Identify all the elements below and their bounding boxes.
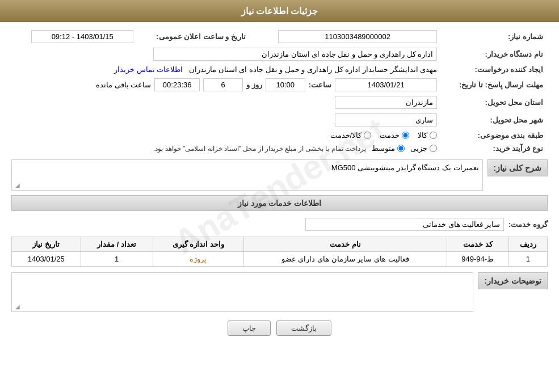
info-table-main: شماره نیاز: 1103003489000002 تاریخ و ساع… [11,28,548,155]
th-quantity: تعداد / مقدار [81,237,153,252]
radio-kala-label: کالا [418,131,427,140]
delivery-province-label: استان محل تحویل: [442,94,548,111]
delivery-city-label: شهر محل تحویل: [442,111,548,129]
need-desc-section: شرح کلی نیاز: تعمیرات یک دستگاه گرایدر م… [11,159,548,191]
category-option-kala-khedmat: کالا/خدمت [330,131,372,140]
radio-motevaset[interactable] [397,145,405,152]
radio-motevaset-label: متوسط [372,144,395,153]
radio-kala-khedmat-label: کالا/خدمت [330,131,362,140]
service-group-label: گروه خدمت: [508,220,548,229]
creator-value: مهدی اندایشگر حسابدار اداره کل راهداری و… [11,63,442,76]
service-group-row: گروه خدمت: سایر فعالیت های خدماتی [11,216,548,233]
deadline-date-box: 1403/01/21 [335,78,437,91]
need-desc-value: تعمیرات یک دستگاه گرایدر میتشوبیشی MG500 [331,163,479,172]
deadline-days-label: روز و [246,81,262,89]
radio-kala-khedmat[interactable] [364,132,371,139]
service-group-box: سایر فعالیت های خدماتی [305,218,504,231]
creator-text: مهدی اندایشگر حسابدار اداره کل راهداری و… [189,65,437,74]
category-option-khedmat: خدمت [380,131,409,140]
buyer-org-box: اداره کل راهداری و حمل و نقل جاده ای است… [153,48,437,61]
need-number-label: شماره نیاز: [442,28,548,45]
page-header: جزئیات اطلاعات نیاز [0,0,559,22]
buyer-org-label: نام دستگاه خریدار: [442,45,548,63]
category-option-kala: کالا [418,131,437,140]
purchase-type-note: پرداخت تمام یا بخشی از مبلغ خریدار از مح… [153,145,366,153]
announce-box: 1403/01/15 - 09:12 [31,30,133,43]
cell-quantity: 1 [81,252,153,267]
cell-date: 1403/01/25 [12,252,81,267]
th-name: نام خدمت [243,237,447,252]
deadline-time-box: 10:00 [266,78,305,91]
radio-khedmat[interactable] [402,132,409,139]
radio-kala[interactable] [430,132,437,139]
need-number-box: 1103003489000002 [278,30,437,43]
need-desc-label: شرح کلی نیاز: [494,163,541,172]
th-unit: واحد اندازه گیری [153,237,243,252]
th-date: تاریخ نیاز [12,237,81,252]
purchase-type-motevaset: متوسط [372,144,405,153]
cell-code: ط-94-949 [447,252,508,267]
table-row: 1 ط-94-949 فعالیت های سایر سازمان های دا… [12,252,548,267]
deadline-time-label: ساعت: [309,81,331,89]
service-table: ردیف کد خدمت نام خدمت واحد اندازه گیری ت… [11,237,548,267]
deadline-remaining-box: 00:23:36 [154,78,200,91]
delivery-province-box: مازندران [335,96,437,109]
page-title: جزئیات اطلاعات نیاز [241,6,318,16]
buyer-notes-box: ◢ [11,272,473,312]
buyer-notes-label: توضیحات خریدار: [484,276,541,285]
purchase-type-label: نوع فرآیند خرید: [442,142,548,155]
radio-khedmat-label: خدمت [380,131,400,140]
announce-value: 1403/01/15 - 09:12 [11,28,138,45]
cell-name: فعالیت های سایر سازمان های دارای عضو [243,252,447,267]
purchase-type-row: جزیی متوسط پرداخت تمام یا بخشی از مبلغ خ… [16,144,437,153]
announce-label: تاریخ و ساعت اعلان عمومی: [138,28,250,45]
need-number-value: 1103003489000002 [250,28,442,45]
deadline-time-row: 1403/01/21 ساعت: 10:00 روز و 6 00:23:36 … [16,78,437,91]
resize-handle-buyer-notes: ◢ [13,304,20,310]
purchase-type-jozii: جزیی [410,144,437,153]
buyer-notes-wrapper: توضیحات خریدار: ◢ [11,272,548,312]
print-button[interactable]: چاپ [228,321,271,336]
service-info-title: اطلاعات خدمات مورد نیاز [11,195,548,211]
creator-label: ایجاد کننده درخواست: [442,63,548,76]
th-code: کد خدمت [447,237,508,252]
need-desc-section-title: شرح کلی نیاز: [487,159,548,176]
category-label: طبقه بندی موضوعی: [442,129,548,142]
delivery-city-box: ساری [335,113,437,127]
radio-jozii[interactable] [430,145,437,152]
btn-group: بازگشت چاپ [11,321,548,336]
content-area: شماره نیاز: 1103003489000002 تاریخ و ساع… [0,22,559,350]
cell-unit: پروژه [153,252,243,267]
resize-handle-need-desc: ◢ [13,182,20,189]
need-desc-box: تعمیرات یک دستگاه گرایدر میتشوبیشی MG500… [11,159,483,191]
cell-row: 1 [508,252,547,267]
buyer-notes-title-box: توضیحات خریدار: [478,272,548,289]
deadline-label: مهلت ارسال پاسخ: تا تاریخ: [442,76,548,94]
back-button[interactable]: بازگشت [276,321,331,336]
deadline-days-box: 6 [203,78,243,91]
creator-link[interactable]: اطلاعات تماس خریدار [114,65,183,74]
deadline-remaining-label: ساعت باقی مانده [96,81,151,89]
buyer-org-value: اداره کل راهداری و حمل و نقل جاده ای است… [11,45,442,63]
page-wrapper: جزئیات اطلاعات نیاز شماره نیاز: 11030034… [0,0,559,392]
deadline-row: 1403/01/21 ساعت: 10:00 روز و 6 00:23:36 … [11,76,442,94]
radio-jozii-label: جزیی [410,144,427,153]
th-row: ردیف [508,237,547,252]
category-radio-group: کالا خدمت کالا/خدمت [16,131,437,140]
